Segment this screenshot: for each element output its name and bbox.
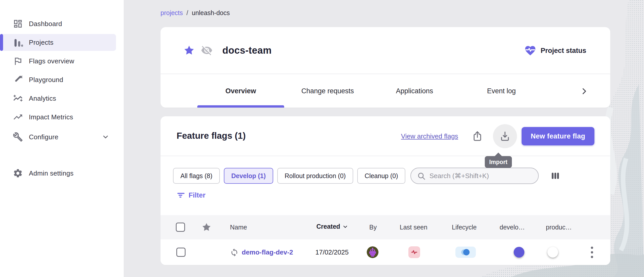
breadcrumb-separator: /: [187, 9, 188, 17]
import-icon: [499, 130, 511, 142]
flag-name-link[interactable]: demo-flag-dev-2: [242, 248, 293, 256]
columns-selector-button[interactable]: [549, 170, 561, 182]
chip-all-flags[interactable]: All flags (8): [173, 168, 220, 184]
project-header: docs-team Project status: [160, 27, 610, 74]
columns-icon: [550, 170, 561, 181]
feature-flags-card: Feature flags (1) View archived flags Ne…: [160, 116, 610, 265]
production-toggle[interactable]: [548, 248, 568, 256]
breadcrumb-current: unleash-docs: [192, 9, 230, 17]
filter-button[interactable]: Filter: [177, 191, 205, 199]
chevron-down-icon: [102, 133, 109, 141]
project-title: docs-team: [222, 45, 272, 56]
select-all-checkbox[interactable]: [176, 223, 185, 232]
export-button[interactable]: [471, 130, 483, 142]
sidebar: Dashboard Projects Flags overview Playgr…: [0, 0, 124, 277]
flags-table-header: Name Created By Last seen Lifecycle deve…: [160, 215, 610, 239]
feature-flags-title: Feature flags (1): [177, 131, 246, 141]
heart-pulse-icon: [524, 44, 536, 57]
row-actions-kebab-menu[interactable]: [586, 245, 598, 260]
sidebar-item-dashboard[interactable]: Dashboard: [0, 15, 116, 32]
wrench-icon: [13, 132, 23, 142]
sidebar-item-analytics[interactable]: Analytics: [0, 90, 116, 107]
view-archived-flags-link[interactable]: View archived flags: [401, 132, 458, 140]
sidebar-item-flags-overview[interactable]: Flags overview: [0, 53, 116, 70]
column-header-created[interactable]: Created: [316, 223, 348, 230]
filter-icon: [177, 191, 185, 199]
breadcrumb-projects-link[interactable]: projects: [160, 9, 183, 17]
sidebar-item-label: Admin settings: [29, 169, 74, 177]
sidebar-item-label: Analytics: [29, 95, 56, 102]
sidebar-bottom: Admin settings: [0, 165, 116, 183]
last-seen-badge[interactable]: [408, 246, 420, 258]
sidebar-item-label: Dashboard: [29, 20, 62, 28]
visibility-off-icon: [201, 44, 213, 56]
search-input[interactable]: [410, 168, 539, 184]
projects-icon: [13, 37, 23, 48]
sidebar-item-label: Projects: [29, 39, 53, 47]
row-checkbox[interactable]: [176, 248, 186, 257]
new-feature-flag-button[interactable]: New feature flag: [522, 127, 594, 145]
development-toggle[interactable]: [504, 248, 523, 256]
heartbeat-icon: [410, 248, 419, 257]
column-header-by[interactable]: By: [369, 224, 377, 231]
dashboard-icon: [13, 18, 23, 29]
gear-icon: [13, 168, 23, 179]
analytics-icon: [13, 93, 23, 104]
project-tabs: Overview Change requests Applications Ev…: [160, 75, 610, 108]
sidebar-item-label: Configure: [29, 133, 58, 141]
project-header-card: docs-team Project status Overview Change…: [160, 27, 610, 108]
creator-avatar[interactable]: [367, 246, 378, 258]
sidebar-item-impact-metrics[interactable]: Impact Metrics: [0, 109, 116, 125]
star-column-icon[interactable]: [202, 222, 211, 232]
sidebar-item-label: Playground: [29, 76, 63, 84]
column-header-created-label: Created: [316, 223, 340, 230]
project-status-label: Project status: [540, 47, 586, 55]
favorite-star-icon[interactable]: [183, 45, 195, 56]
column-header-lifecycle[interactable]: Lifecycle: [452, 224, 477, 231]
lifecycle-stage-badge[interactable]: [455, 247, 476, 258]
lifecycle-pre-live-icon: [460, 248, 471, 256]
sidebar-item-label: Impact Metrics: [29, 113, 73, 121]
search-icon: [417, 172, 426, 181]
sidebar-item-configure[interactable]: Configure: [0, 129, 116, 145]
column-header-name[interactable]: Name: [230, 224, 247, 231]
flag-table-row: demo-flag-dev-2 17/02/2025: [160, 239, 610, 265]
column-header-last-seen[interactable]: Last seen: [400, 224, 427, 231]
column-header-production[interactable]: produc…: [546, 224, 572, 231]
tab-applications[interactable]: Applications: [371, 87, 458, 95]
export-icon: [472, 131, 483, 142]
feature-flags-actions: View archived flags New feature flag: [401, 116, 594, 156]
sync-icon: [230, 248, 239, 257]
trending-up-icon: [13, 112, 23, 122]
sidebar-item-playground[interactable]: Playground: [0, 71, 116, 88]
sidebar-nav: Dashboard Projects Flags overview Playgr…: [0, 0, 124, 145]
magic-wand-icon: [13, 74, 23, 85]
sidebar-item-projects[interactable]: Projects: [0, 34, 116, 51]
main-content: projects / unleash-docs docs-team Projec…: [124, 0, 644, 277]
breadcrumb: projects / unleash-docs: [160, 9, 230, 17]
column-header-development[interactable]: develo…: [500, 224, 525, 231]
toggle-knob: [514, 247, 524, 258]
sort-chevron-down-icon: [342, 224, 348, 230]
project-status-button[interactable]: Project status: [524, 27, 586, 74]
feature-flags-header: Feature flags (1) View archived flags Ne…: [160, 116, 610, 156]
tab-overview[interactable]: Overview: [197, 87, 284, 95]
chip-cleanup[interactable]: Cleanup (0): [357, 168, 406, 184]
chip-develop[interactable]: Develop (1): [224, 168, 273, 184]
flag-created-date: 17/02/2025: [315, 248, 349, 256]
app-window: Dashboard Projects Flags overview Playgr…: [0, 0, 644, 277]
flag-icon: [13, 56, 23, 66]
search-container: [410, 168, 539, 184]
sidebar-item-label: Flags overview: [29, 57, 74, 65]
tab-event-log[interactable]: Event log: [458, 87, 545, 95]
lifecycle-filter-chips: All flags (8) Develop (1) Rollout produc…: [173, 168, 561, 184]
filter-label: Filter: [189, 191, 205, 199]
active-tab-indicator: [197, 105, 284, 108]
sidebar-item-admin-settings[interactable]: Admin settings: [0, 165, 108, 182]
tab-change-requests[interactable]: Change requests: [284, 87, 371, 95]
import-tooltip: Import: [485, 156, 512, 168]
import-button[interactable]: [493, 124, 517, 148]
tabs-overflow-chevron-right-icon[interactable]: [580, 87, 589, 96]
chip-rollout-production[interactable]: Rollout production (0): [277, 168, 353, 184]
toggle-knob: [547, 247, 558, 258]
